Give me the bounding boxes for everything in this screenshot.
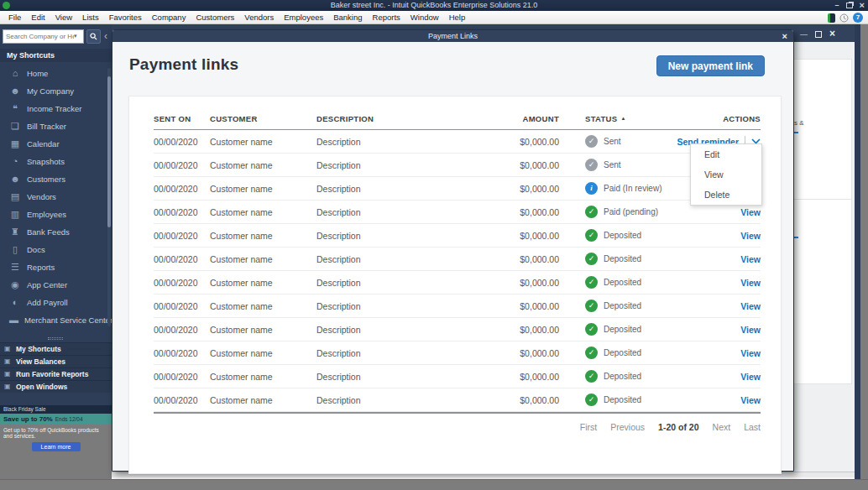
view-link[interactable]: View	[740, 254, 761, 264]
menu-item[interactable]: Favorites	[104, 11, 147, 24]
cell-status: Deposited	[559, 370, 677, 383]
resize-gripper[interactable]	[48, 337, 63, 340]
header-description[interactable]: DESCRIPTION	[316, 114, 479, 123]
sidebar-item[interactable]: Bank Feeds	[0, 223, 112, 241]
cell-sent-on: 00/00/2020	[154, 301, 210, 311]
sidebar-item[interactable]: Calendar	[0, 135, 112, 153]
menu-item[interactable]: View	[50, 11, 77, 24]
sidebar-item[interactable]: Merchant Service Center	[0, 311, 112, 329]
view-link[interactable]: View	[740, 325, 761, 335]
menu-item[interactable]: Employees	[279, 11, 328, 24]
sidebar-item[interactable]: Add Payroll	[0, 294, 112, 311]
sidebar-item[interactable]: Income Tracker	[0, 100, 112, 117]
menu-item[interactable]: Banking	[328, 11, 367, 24]
view-link[interactable]: View	[740, 372, 761, 382]
cell-amount: $0,000.00	[479, 160, 559, 170]
cell-customer: Customer name	[210, 207, 316, 217]
maximize-icon[interactable]	[815, 31, 822, 38]
menu-item[interactable]: File	[3, 11, 26, 24]
clock-icon[interactable]	[839, 13, 849, 23]
menu-item[interactable]: Reports	[368, 11, 405, 24]
cell-amount: $0,000.00	[479, 348, 559, 358]
cell-description: Description	[316, 231, 479, 241]
quickbooks-mini-icon[interactable]	[828, 13, 835, 23]
header-sent-on[interactable]: SENT ON	[154, 114, 210, 123]
notification-badge[interactable]: 7	[853, 13, 863, 23]
cell-description: Description	[316, 207, 479, 217]
minimize-icon[interactable]	[800, 31, 808, 39]
table-row: 00/00/2020 Customer name Description $0,…	[154, 271, 761, 295]
menu-item[interactable]: Lists	[77, 11, 104, 24]
sidebar-item[interactable]: Home	[0, 65, 112, 82]
view-link[interactable]: View	[740, 348, 761, 358]
restore-icon[interactable]	[846, 3, 853, 8]
status-icon	[585, 159, 598, 171]
cell-amount: $0,000.00	[479, 207, 559, 217]
view-link[interactable]: View	[740, 231, 761, 241]
new-payment-link-button[interactable]: New payment link	[656, 55, 765, 76]
header-amount[interactable]: AMOUNT	[479, 114, 559, 123]
table-row: 00/00/2020 Customer name Description $0,…	[154, 201, 761, 224]
learn-more-button[interactable]: Learn more	[32, 442, 81, 451]
status-label: Deposited	[604, 395, 641, 404]
sidebar-item[interactable]: Bill Tracker	[0, 117, 112, 135]
chevron-down-icon[interactable]: ▾	[74, 33, 77, 39]
cell-description: Description	[316, 254, 479, 264]
sort-asc-icon: ▲	[620, 116, 625, 121]
menu-item[interactable]: Help	[444, 11, 471, 24]
cell-customer: Customer name	[210, 372, 316, 382]
menu-item[interactable]: Vendors	[239, 11, 279, 24]
view-link[interactable]: View	[740, 278, 761, 288]
menu-item[interactable]: Edit	[26, 11, 50, 24]
close-icon[interactable]	[860, 2, 865, 10]
table-row: 00/00/2020 Customer name Description $0,…	[154, 341, 761, 365]
section-icon	[4, 358, 13, 365]
dropdown-menu-item[interactable]: View	[691, 164, 761, 185]
collapse-sidebar-icon[interactable]: ‹	[104, 31, 107, 41]
sidebar-item[interactable]: Vendors	[0, 188, 112, 206]
sidebar-item[interactable]: Snapshots	[0, 153, 112, 170]
table-row: 00/00/2020 Customer name Description $0,…	[154, 248, 761, 271]
menu-item[interactable]: Company	[147, 11, 191, 24]
sidebar-item[interactable]: App Center	[0, 276, 112, 294]
pagination-last[interactable]: Last	[744, 422, 761, 432]
docs-icon	[9, 245, 21, 254]
status-icon	[585, 135, 598, 148]
menu-item[interactable]: Window	[405, 11, 444, 24]
dropdown-menu-item[interactable]: Delete	[691, 185, 761, 205]
minimize-icon[interactable]	[835, 2, 839, 9]
sidebar-section-header[interactable]: View Balances	[0, 355, 112, 368]
cell-sent-on: 00/00/2020	[154, 325, 210, 335]
pagination-first[interactable]: First	[580, 422, 597, 432]
dropdown-menu-item[interactable]: Edit	[691, 144, 761, 164]
pagination-next[interactable]: Next	[713, 422, 731, 432]
menu-item[interactable]: Customers	[191, 11, 239, 24]
sidebar-section-header[interactable]: Open Windows	[0, 380, 112, 393]
search-input[interactable]	[3, 33, 74, 40]
view-link[interactable]: View	[740, 207, 761, 217]
desktop-strip	[0, 479, 868, 490]
view-link[interactable]: View	[740, 395, 761, 405]
sidebar-item[interactable]: Docs	[0, 241, 112, 258]
scrollbar-thumb[interactable]	[107, 76, 111, 227]
close-icon[interactable]: ×	[782, 30, 787, 42]
header-status[interactable]: STATUS▲	[559, 114, 677, 123]
header-customer[interactable]: CUSTOMER	[210, 114, 316, 123]
header-actions[interactable]: ACTIONS	[677, 114, 761, 123]
sidebar-section-header[interactable]: My Shortcuts	[0, 342, 112, 355]
search-button[interactable]	[86, 29, 101, 44]
customers-icon	[9, 175, 21, 184]
view-link[interactable]: View	[740, 301, 761, 311]
cell-amount: $0,000.00	[479, 137, 559, 147]
sidebar-section-header[interactable]: Run Favorite Reports	[0, 368, 112, 380]
pagination-previous[interactable]: Previous	[610, 422, 645, 432]
cell-actions: Send reminder View	[677, 348, 761, 358]
sidebar-item[interactable]: Employees	[0, 206, 112, 223]
sidebar-item-label: Customers	[27, 175, 65, 184]
sidebar-item[interactable]: Reports	[0, 258, 112, 276]
sidebar-item[interactable]: Customers	[0, 170, 112, 188]
sidebar: ▾ ‹ My Shortcuts Home My Company Income …	[0, 24, 112, 479]
sidebar-item[interactable]: My Company	[0, 82, 112, 100]
cell-description: Description	[316, 184, 479, 194]
close-icon[interactable]	[829, 30, 835, 39]
